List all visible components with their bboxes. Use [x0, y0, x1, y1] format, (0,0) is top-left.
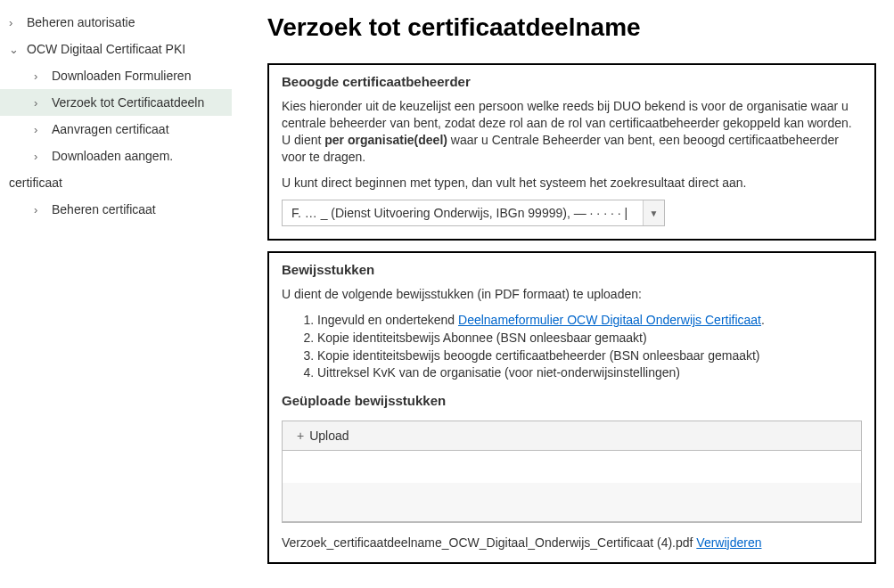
main-content: Verzoek tot certificaatdeelname Beoogde …	[232, 0, 894, 588]
dropdown-value: F. … _ (Dienst Uitvoering Onderwijs, IBG…	[283, 206, 643, 220]
nav-label: certificaat	[9, 176, 62, 190]
chevron-down-icon: ⌄	[9, 43, 21, 56]
chevron-right-icon: ›	[34, 96, 46, 110]
uploaded-file-row: Verzoek_certificaatdeelname_OCW_Digitaal…	[282, 535, 862, 550]
upload-slot	[283, 451, 861, 483]
chevron-right-icon: ›	[9, 16, 21, 29]
nav-aanvragen-certificaat[interactable]: › Aanvragen certificaat	[0, 116, 232, 143]
deelnameformulier-link[interactable]: Deelnameformulier OCW Digitaal Onderwijs…	[458, 313, 761, 327]
nav-certificaat-plain: certificaat	[0, 169, 232, 196]
nav-beheren-autorisatie[interactable]: › Beheren autorisatie	[0, 9, 232, 36]
remove-file-link[interactable]: Verwijderen	[696, 535, 761, 550]
nav-label: Verzoek tot Certificaatdeeln	[52, 95, 204, 110]
chevron-right-icon: ›	[34, 150, 46, 163]
chevron-right-icon: ›	[34, 203, 46, 216]
nav-label: Beheren certificaat	[52, 202, 156, 216]
upload-label: Upload	[309, 429, 349, 443]
list-item: Kopie identiteitsbewijs Abonnee (BSN onl…	[317, 330, 862, 347]
nav-verzoek-certificaatdeeln[interactable]: › Verzoek tot Certificaatdeeln	[0, 89, 232, 116]
bewijsstukken-list: Ingevuld en ondertekend Deelnameformulie…	[282, 312, 862, 381]
chevron-right-icon: ›	[34, 123, 46, 136]
page-title: Verzoek tot certificaatdeelname	[267, 13, 876, 42]
beheerder-dropdown[interactable]: F. … _ (Dienst Uitvoering Onderwijs, IBG…	[282, 200, 665, 226]
nav-label: Downloaden Formulieren	[52, 69, 191, 83]
panel-title: Bewijsstukken	[282, 262, 862, 277]
chevron-down-icon[interactable]: ▼	[643, 200, 664, 225]
panel-intro: U dient de volgende bewijsstukken (in PD…	[282, 286, 862, 303]
list-item: Uittreksel KvK van de organisatie (voor …	[317, 364, 862, 382]
chevron-right-icon: ›	[34, 69, 46, 83]
upload-ghost	[283, 483, 861, 522]
nav-downloaden-aangem[interactable]: › Downloaden aangem.	[0, 143, 232, 169]
nav-downloaden-formulieren[interactable]: › Downloaden Formulieren	[0, 62, 232, 89]
nav-ocw-pki[interactable]: ⌄ OCW Digitaal Certificaat PKI	[0, 36, 232, 62]
list-item: Kopie identiteitsbewijs beoogde certific…	[317, 347, 862, 365]
nav-beheren-certificaat[interactable]: › Beheren certificaat	[0, 196, 232, 223]
upload-button[interactable]: + Upload	[283, 421, 861, 451]
sidebar: › Beheren autorisatie ⌄ OCW Digitaal Cer…	[0, 0, 232, 588]
panel-hint: U kunt direct beginnen met typen, dan vu…	[282, 175, 862, 192]
nav-label: Beheren autorisatie	[27, 15, 135, 29]
upload-area: + Upload	[282, 421, 862, 523]
uploaded-title: Geüploade bewijsstukken	[282, 393, 862, 408]
nav-label: OCW Digitaal Certificaat PKI	[27, 42, 185, 56]
panel-beoogde-beheerder: Beoogde certificaatbeheerder Kies hieron…	[267, 63, 876, 241]
panel-description: Kies hieronder uit de keuzelijst een per…	[282, 98, 862, 166]
panel-bewijsstukken: Bewijsstukken U dient de volgende bewijs…	[267, 251, 876, 563]
list-item: Ingevuld en ondertekend Deelnameformulie…	[317, 312, 862, 330]
nav-label: Downloaden aangem.	[52, 149, 173, 163]
panel-title: Beoogde certificaatbeheerder	[282, 74, 862, 89]
file-name: Verzoek_certificaatdeelname_OCW_Digitaal…	[282, 535, 696, 550]
nav-label: Aanvragen certificaat	[52, 122, 169, 136]
plus-icon: +	[297, 429, 304, 443]
